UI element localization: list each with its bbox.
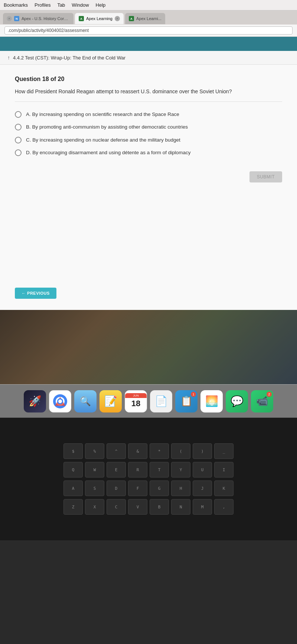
question-number: Question 18 of 20: [15, 76, 282, 82]
dock-chrome[interactable]: [49, 390, 71, 412]
key-e: E: [107, 462, 126, 478]
key-b: B: [150, 499, 169, 515]
svg-point-3: [58, 399, 62, 403]
key-q: Q: [63, 462, 83, 478]
key-f: F: [128, 480, 147, 496]
menu-tab[interactable]: Tab: [57, 2, 65, 8]
keyboard-row-2: Q W E R T Y U I: [63, 462, 234, 478]
key-g: G: [150, 480, 169, 496]
choice-a[interactable]: A. By increasing spending on scientific …: [15, 111, 282, 118]
key-caret: ^: [107, 443, 126, 459]
dock-launchpad[interactable]: 🚀: [24, 390, 46, 412]
browser-chrome: × N Apex - U.S. History Core (sem... A A…: [0, 10, 297, 37]
key-d: D: [107, 480, 126, 496]
submit-area: SUBMIT: [15, 171, 282, 182]
nav-area: ← PREVIOUS: [0, 288, 297, 310]
breadcrumb-text: 4.4.2 Test (CST): Wrap-Up: The End of th…: [13, 55, 125, 61]
keyboard-row-1: $ % ^ & * ( ) _: [63, 443, 234, 459]
radio-c[interactable]: [15, 137, 22, 143]
menu-help[interactable]: Help: [96, 2, 106, 8]
tab-apex-learning-3[interactable]: A Apex Learni...: [125, 13, 165, 24]
keyboard-row-3: A S D F G H J K: [63, 480, 234, 496]
tab-label-2: Apex Learning: [86, 16, 112, 21]
key-w: W: [85, 462, 104, 478]
dock-finder[interactable]: 🔍: [74, 390, 97, 412]
desktop-wallpaper: [0, 310, 297, 384]
choice-d[interactable]: D. By encouraging disarmament and using …: [15, 149, 282, 156]
key-s: S: [85, 480, 104, 496]
key-z: Z: [63, 499, 83, 515]
key-i: I: [214, 462, 234, 478]
key-a: A: [63, 480, 83, 496]
url-input[interactable]: .com/public/activity/4004002/assessment: [4, 26, 293, 35]
menu-bookmarks[interactable]: Bookmarks: [4, 2, 28, 8]
choice-b[interactable]: B. By promoting anti-communism by assist…: [15, 123, 282, 131]
tab-apex-learning[interactable]: A Apex Learning ×: [75, 13, 124, 24]
key-v: V: [128, 499, 147, 515]
key-y: Y: [171, 462, 190, 478]
key-dollar: $: [63, 443, 83, 459]
choice-d-text: D. By encouraging disarmament and using …: [26, 149, 191, 156]
key-percent: %: [85, 443, 104, 459]
key-k: K: [214, 480, 234, 496]
choice-c-text: C. By increasing spending on nuclear def…: [26, 136, 180, 144]
keyboard-row-4: Z X C V B N M ,: [63, 499, 234, 515]
tab-apex-history[interactable]: × N Apex - U.S. History Core (sem...: [3, 13, 74, 24]
dock-calendar-date: 18: [131, 398, 140, 409]
radio-a[interactable]: [15, 111, 22, 118]
key-h: H: [171, 480, 190, 496]
dock-reminders[interactable]: 📋 1: [175, 390, 198, 412]
key-comma: ,: [214, 499, 234, 515]
key-rparen: ): [193, 443, 212, 459]
key-n: N: [171, 499, 190, 515]
tab-bar: × N Apex - U.S. History Core (sem... A A…: [0, 10, 297, 25]
dock-notes[interactable]: 📝: [99, 390, 122, 412]
key-t: T: [150, 462, 169, 478]
address-bar: .com/public/activity/4004002/assessment: [0, 25, 297, 37]
tab-label-3: Apex Learni...: [136, 16, 161, 21]
radio-b[interactable]: [15, 124, 22, 130]
tab-icon-1: N: [14, 16, 19, 21]
choice-c[interactable]: C. By increasing spending on nuclear def…: [15, 136, 282, 144]
dock-messages[interactable]: 💬: [226, 390, 248, 412]
tab-icon-3: A: [129, 16, 134, 21]
key-ampersand: &: [128, 443, 147, 459]
key-underscore: _: [214, 443, 234, 459]
dock: 🚀 🔍 📝 JUN 18 📄 📋 1 🌅 💬: [0, 384, 297, 418]
tab-icon-2: A: [79, 16, 84, 21]
breadcrumb-arrow-icon: ↑: [7, 55, 10, 61]
previous-button[interactable]: ← PREVIOUS: [15, 288, 56, 299]
tab-close-icon[interactable]: ×: [7, 16, 12, 21]
menu-window[interactable]: Window: [72, 2, 89, 8]
main-content: Question 18 of 20 How did President Rona…: [0, 65, 297, 288]
key-c: C: [107, 499, 126, 515]
question-text: How did President Ronald Reagan attempt …: [15, 88, 282, 102]
menu-bar: Bookmarks Profiles Tab Window Help: [0, 0, 297, 10]
submit-button[interactable]: SUBMIT: [249, 171, 282, 182]
choice-b-text: B. By promoting anti-communism by assist…: [26, 123, 188, 131]
key-u: U: [193, 462, 212, 478]
answer-choices: A. By increasing spending on scientific …: [15, 111, 282, 156]
tab-close-2-icon[interactable]: ×: [115, 16, 120, 21]
breadcrumb-bar: ↑ 4.4.2 Test (CST): Wrap-Up: The End of …: [0, 51, 297, 65]
dock-calendar-header: JUN: [125, 393, 147, 398]
key-lparen: (: [171, 443, 190, 459]
dock-facetime[interactable]: 📹 2: [251, 390, 273, 412]
dock-blank[interactable]: 📄: [150, 390, 172, 412]
tab-label-1: Apex - U.S. History Core (sem...: [22, 16, 70, 21]
key-j: J: [193, 480, 212, 496]
apex-header: [0, 37, 297, 51]
key-r: R: [128, 462, 147, 478]
radio-d[interactable]: [15, 149, 22, 156]
key-m: M: [193, 499, 212, 515]
dock-photos[interactable]: 🌅: [200, 390, 223, 412]
menu-profiles[interactable]: Profiles: [35, 2, 50, 8]
dock-calendar[interactable]: JUN 18: [125, 390, 147, 412]
key-asterisk: *: [150, 443, 169, 459]
choice-a-text: A. By increasing spending on scientific …: [26, 111, 179, 118]
keyboard: $ % ^ & * ( ) _ Q W E R T Y U I A S D F …: [0, 418, 297, 540]
key-x: X: [85, 499, 104, 515]
